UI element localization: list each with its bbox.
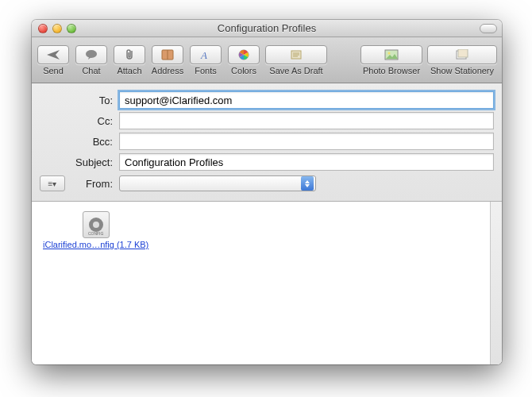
- fonts-label: Fonts: [195, 66, 217, 75]
- svg-point-0: [86, 50, 97, 58]
- subject-field[interactable]: [119, 153, 494, 171]
- select-stepper-icon: [301, 176, 314, 191]
- window-title: Configuration Profiles: [32, 20, 502, 37]
- fonts-item[interactable]: A Fonts: [189, 45, 222, 75]
- attach-label: Attach: [117, 66, 141, 75]
- subject-label: Subject:: [40, 156, 119, 168]
- address-book-icon: [161, 49, 174, 60]
- config-file-icon: [83, 211, 110, 238]
- address-label: Address: [152, 66, 183, 75]
- toolbar: Send Chat Attach Addres: [32, 37, 502, 83]
- traffic-lights: [32, 24, 76, 33]
- zoom-button[interactable]: [67, 24, 76, 33]
- colors-label: Colors: [231, 66, 256, 75]
- message-body[interactable]: iClarified.mo…nfig (1.7 KB): [32, 202, 502, 364]
- svg-rect-12: [458, 49, 468, 57]
- colors-icon: [237, 48, 250, 61]
- attachment-label[interactable]: iClarified.mo…nfig (1.7 KB): [43, 240, 148, 249]
- photo-browser-icon: [384, 49, 399, 60]
- show-stationery-label: Show Stationery: [430, 66, 494, 75]
- address-item[interactable]: Address: [151, 45, 184, 75]
- chat-icon: [85, 49, 98, 60]
- header-details-button[interactable]: ≡▾: [40, 175, 65, 191]
- send-label: Send: [43, 66, 64, 75]
- from-select[interactable]: [119, 175, 316, 191]
- chat-label: Chat: [82, 66, 100, 75]
- compose-window: Configuration Profiles Send Chat: [32, 20, 502, 364]
- to-label: To:: [40, 94, 119, 106]
- stationery-icon: [455, 49, 469, 60]
- bcc-label: Bcc:: [40, 136, 119, 148]
- send-icon: [46, 49, 60, 60]
- save-draft-item[interactable]: Save As Draft: [265, 45, 327, 75]
- bcc-field[interactable]: [119, 133, 494, 150]
- svg-text:A: A: [200, 49, 207, 60]
- menu-icon: ≡▾: [48, 179, 57, 188]
- send-item[interactable]: Send: [37, 45, 70, 75]
- cc-label: Cc:: [40, 115, 119, 127]
- minimize-button[interactable]: [52, 24, 62, 33]
- titlebar: Configuration Profiles: [32, 20, 502, 37]
- toolbar-pill-button[interactable]: [480, 24, 497, 33]
- from-label: From:: [71, 178, 119, 190]
- close-button[interactable]: [38, 24, 48, 33]
- show-stationery-item[interactable]: Show Stationery: [427, 45, 497, 75]
- to-field[interactable]: [119, 91, 494, 109]
- colors-item[interactable]: Colors: [227, 45, 260, 75]
- attach-item[interactable]: Attach: [113, 45, 146, 75]
- attachment[interactable]: iClarified.mo…nfig (1.7 KB): [43, 211, 148, 249]
- photo-browser-item[interactable]: Photo Browser: [360, 45, 422, 75]
- paperclip-icon: [124, 48, 135, 61]
- photo-browser-label: Photo Browser: [363, 66, 420, 75]
- fonts-icon: A: [199, 49, 212, 60]
- headers-panel: To: Cc: Bcc: Subject: ≡▾ From:: [32, 83, 502, 202]
- save-draft-label: Save As Draft: [269, 66, 322, 75]
- resize-handle[interactable]: [491, 353, 502, 364]
- svg-point-10: [388, 52, 391, 54]
- save-draft-icon: [290, 49, 303, 60]
- chat-item[interactable]: Chat: [75, 45, 108, 75]
- cc-field[interactable]: [119, 112, 494, 129]
